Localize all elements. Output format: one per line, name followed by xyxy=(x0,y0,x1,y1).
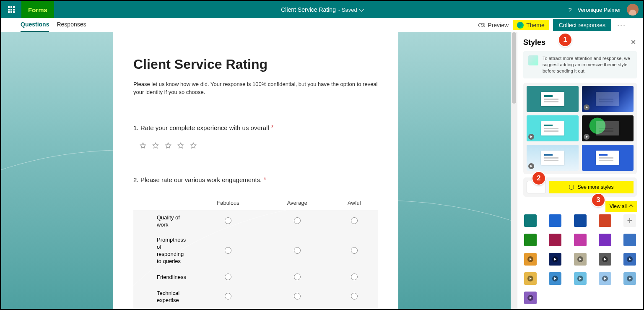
color-swatch[interactable] xyxy=(599,234,611,246)
command-bar: Questions Responses Preview Theme Collec… xyxy=(1,18,643,32)
view-all-label: View all xyxy=(610,203,627,209)
main: Client Service Rating Please let us know… xyxy=(1,32,643,309)
play-icon xyxy=(527,295,533,301)
theme-image-swatch[interactable] xyxy=(524,292,537,304)
theme-image-swatch[interactable] xyxy=(599,272,611,285)
question-1[interactable]: 1. Rate your complete experience with us… xyxy=(133,124,378,149)
preview-label: Preview xyxy=(488,22,509,29)
radio[interactable] xyxy=(225,293,231,300)
style-thumb[interactable] xyxy=(527,86,579,112)
star-icon[interactable] xyxy=(164,142,172,149)
theme-image-swatch[interactable] xyxy=(549,272,561,285)
document-title: Client Service Rating xyxy=(281,6,336,13)
color-swatch[interactable] xyxy=(524,234,537,246)
color-swatch[interactable] xyxy=(599,214,611,227)
color-swatch[interactable] xyxy=(574,214,587,227)
theme-image-swatch[interactable] xyxy=(599,253,611,266)
row-label: Quality of work xyxy=(133,210,192,233)
radio[interactable] xyxy=(294,217,301,224)
tab-responses[interactable]: Responses xyxy=(57,18,86,32)
form-canvas: Client Service Rating Please let us know… xyxy=(1,32,511,309)
q2-number: 2. xyxy=(133,176,139,183)
radio[interactable] xyxy=(351,274,358,280)
style-thumb[interactable] xyxy=(582,115,634,141)
play-icon xyxy=(527,256,533,262)
color-swatch[interactable] xyxy=(524,214,537,227)
question-2[interactable]: 2. Please rate our various work engageme… xyxy=(133,176,378,308)
color-swatch[interactable] xyxy=(549,214,561,227)
play-icon xyxy=(627,276,633,281)
annotation-1: 1 xyxy=(559,34,571,46)
required-marker: * xyxy=(264,176,266,183)
theme-image-swatch[interactable] xyxy=(574,272,587,285)
radio[interactable] xyxy=(225,274,231,280)
radio[interactable] xyxy=(294,274,301,280)
radio[interactable] xyxy=(351,293,358,300)
chevron-up-icon xyxy=(628,204,633,209)
document-title-zone[interactable]: Client Service Rating - Saved xyxy=(281,6,363,13)
star-icon[interactable] xyxy=(152,142,159,149)
add-color-button[interactable]: + xyxy=(623,214,636,227)
play-icon xyxy=(602,256,608,262)
radio[interactable] xyxy=(294,247,301,254)
table-row: Promptness of responding to queries xyxy=(133,232,378,269)
sparkle-icon xyxy=(528,55,538,65)
style-thumb[interactable] xyxy=(582,145,634,171)
style-tip: To attract more attention and response, … xyxy=(523,51,637,78)
play-icon xyxy=(577,256,583,262)
color-swatch[interactable] xyxy=(623,234,636,246)
required-marker: * xyxy=(271,124,273,131)
app-launcher[interactable] xyxy=(1,1,21,18)
help-icon[interactable]: ? xyxy=(568,6,571,13)
chevron-down-icon xyxy=(359,7,364,11)
style-thumb[interactable] xyxy=(582,86,634,112)
app-name[interactable]: Forms xyxy=(21,1,54,18)
form-description[interactable]: Please let us know how we did. Your resp… xyxy=(133,81,378,96)
radio[interactable] xyxy=(225,247,231,254)
form-card: Client Service Rating Please let us know… xyxy=(113,32,398,309)
style-thumb[interactable] xyxy=(527,115,579,141)
tab-questions[interactable]: Questions xyxy=(21,18,49,32)
theme-image-swatch[interactable] xyxy=(574,253,587,266)
theme-image-swatch[interactable] xyxy=(623,272,636,285)
view-all-row: View all xyxy=(523,201,637,212)
col-header: Awful xyxy=(330,195,378,210)
rating-stars[interactable] xyxy=(133,142,378,149)
star-icon[interactable] xyxy=(139,142,147,149)
color-swatch[interactable] xyxy=(549,234,561,246)
star-icon[interactable] xyxy=(190,142,197,149)
refresh-icon xyxy=(569,185,574,190)
row-label: Friendliness xyxy=(133,269,192,286)
avatar[interactable] xyxy=(627,4,639,16)
theme-image-swatch[interactable] xyxy=(623,253,636,266)
color-swatch[interactable] xyxy=(574,234,587,246)
close-icon[interactable]: ✕ xyxy=(631,38,636,46)
style-thumb[interactable] xyxy=(527,145,579,171)
user-name[interactable]: Veronique Palmer xyxy=(578,7,621,13)
annotation-2: 2 xyxy=(532,172,545,185)
radio[interactable] xyxy=(225,217,231,224)
see-more-styles-button[interactable]: See more styles xyxy=(549,181,634,193)
theme-image-swatch[interactable] xyxy=(524,253,537,266)
radio[interactable] xyxy=(294,293,301,300)
theme-button[interactable]: Theme xyxy=(513,20,549,30)
row-label: Promptness of responding to queries xyxy=(133,232,192,269)
form-title[interactable]: Client Service Rating xyxy=(133,57,378,72)
star-icon[interactable] xyxy=(177,142,184,149)
radio[interactable] xyxy=(351,247,358,254)
save-status: - Saved xyxy=(338,7,357,13)
theme-image-swatch[interactable] xyxy=(524,272,537,285)
collect-responses-button[interactable]: Collect responses xyxy=(553,19,611,31)
play-icon xyxy=(627,256,633,262)
radio[interactable] xyxy=(351,217,358,224)
panel-heading: Styles xyxy=(523,38,637,47)
col-header: Fabulous xyxy=(192,195,264,210)
scrollbar-thumb[interactable] xyxy=(512,32,516,104)
theme-image-swatch[interactable] xyxy=(549,253,561,266)
vertical-scrollbar[interactable] xyxy=(511,32,517,309)
more-button[interactable]: ··· xyxy=(615,21,628,29)
view-all-button[interactable]: View all xyxy=(605,201,637,212)
preview-button[interactable]: Preview xyxy=(478,22,509,29)
play-icon xyxy=(602,276,608,281)
palette-icon xyxy=(517,22,524,29)
